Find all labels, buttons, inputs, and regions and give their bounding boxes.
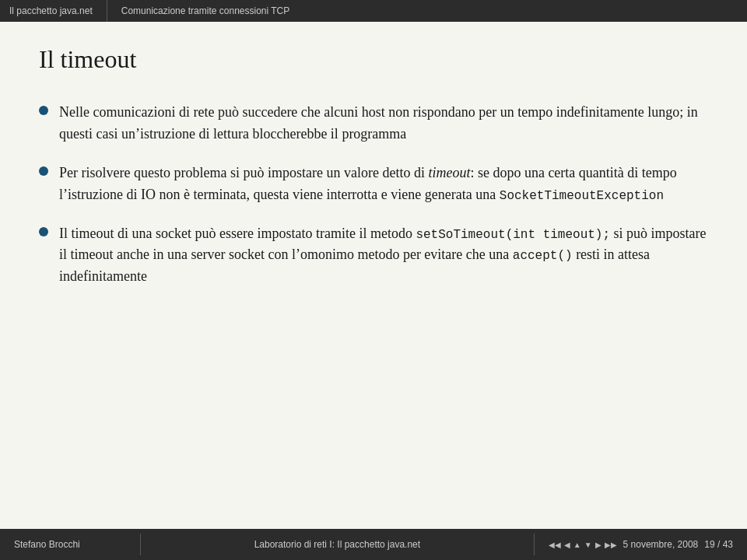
nav-last-icon[interactable]: ▶▶ xyxy=(605,541,617,549)
footer-author: Stefano Brocchi xyxy=(0,539,140,550)
bullet-list: Nelle comunicazioni di rete può succeder… xyxy=(39,102,708,288)
footer-date: 5 novembre, 2008 xyxy=(623,539,699,550)
footer-title: Laboratorio di reti I: Il pacchetto java… xyxy=(141,539,534,550)
bullet-dot xyxy=(39,166,48,176)
nav-up-icon[interactable]: ▲ xyxy=(573,541,581,549)
footer-page: 19 / 43 xyxy=(704,539,733,550)
nav-prev-icon[interactable]: ◀ xyxy=(564,541,570,549)
footer-right: ◀◀ ◀ ▲ ▼ ▶ ▶▶ 5 novembre, 2008 19 / 43 xyxy=(535,539,747,550)
content-area: Il timeout Nelle comunicazioni di rete p… xyxy=(0,22,747,529)
list-item: Per risolvere questo problema si può imp… xyxy=(39,163,708,206)
bullet-text: Il timeout di una socket può essere impo… xyxy=(59,223,708,289)
bullet-dot xyxy=(39,227,48,236)
bottom-bar: Stefano Brocchi Laboratorio di reti I: I… xyxy=(0,529,747,560)
page-title: Il timeout xyxy=(39,45,708,74)
bullet-text: Nelle comunicazioni di rete può succeder… xyxy=(59,102,708,145)
bullet-text: Per risolvere questo problema si può imp… xyxy=(59,163,708,206)
nav-icons[interactable]: ◀◀ ◀ ▲ ▼ ▶ ▶▶ xyxy=(549,541,617,549)
list-item: Il timeout di una socket può essere impo… xyxy=(39,223,708,289)
top-bar-left: Il pacchetto java.net xyxy=(9,5,107,16)
nav-first-icon[interactable]: ◀◀ xyxy=(549,541,561,549)
nav-down-icon[interactable]: ▼ xyxy=(584,541,592,549)
bullet-dot xyxy=(39,106,48,115)
top-bar-right: Comunicazione tramite connessioni TCP xyxy=(107,5,290,16)
nav-next-icon[interactable]: ▶ xyxy=(595,541,601,549)
list-item: Nelle comunicazioni di rete può succeder… xyxy=(39,102,708,145)
top-bar: Il pacchetto java.net Comunicazione tram… xyxy=(0,0,747,22)
